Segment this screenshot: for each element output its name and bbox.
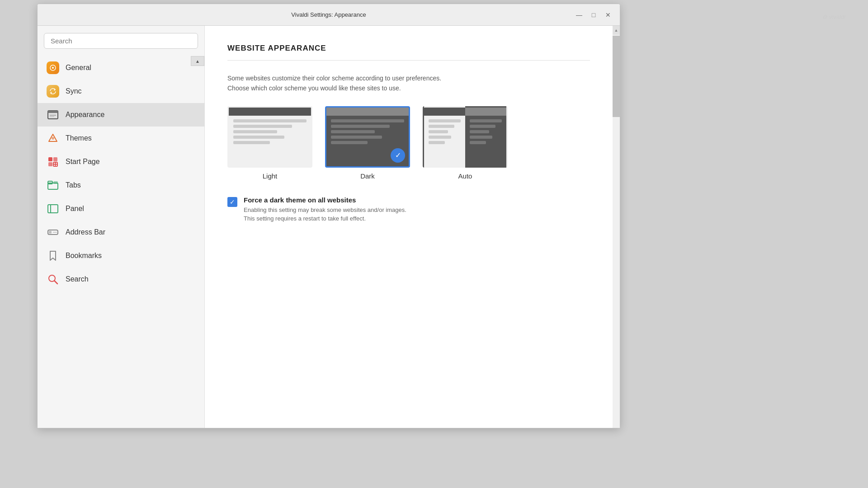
- panel-icon: [47, 202, 59, 215]
- title-bar: Vivaldi Settings: Appearance — □ ✕: [38, 4, 620, 26]
- light-line: [233, 130, 277, 133]
- scrollbar-thumb[interactable]: [613, 36, 620, 117]
- auto-line-dark: [470, 125, 495, 128]
- sidebar-item-label-themes: Themes: [66, 134, 92, 142]
- auto-line-light: [429, 130, 448, 133]
- auto-line-light: [429, 125, 454, 128]
- main-content: WEBSITE APPEARANCE Some websites customi…: [205, 26, 613, 428]
- scrollbar-track[interactable]: ▲: [613, 26, 620, 428]
- sidebar-item-bookmarks[interactable]: Bookmarks: [38, 244, 204, 267]
- theme-label-light: Light: [263, 172, 278, 180]
- sidebar-list: ▲ General: [38, 54, 204, 428]
- theme-card-dark[interactable]: ✓: [325, 106, 410, 168]
- auto-body-left: [424, 116, 465, 148]
- light-line: [233, 141, 270, 144]
- theme-option-light[interactable]: Light: [227, 106, 312, 180]
- checkbox-description: Enabling this setting may break some web…: [244, 206, 406, 223]
- svg-rect-16: [48, 205, 58, 213]
- appearance-icon: [47, 108, 59, 121]
- dark-line: [331, 141, 368, 144]
- svg-rect-7: [48, 157, 52, 161]
- section-divider: [227, 60, 590, 61]
- auto-line-light: [429, 136, 451, 139]
- light-line: [233, 125, 292, 128]
- sidebar-item-addressbar[interactable]: Address Bar: [38, 221, 204, 244]
- window-title: Vivaldi Settings: Appearance: [291, 11, 366, 18]
- auto-line-dark: [470, 119, 502, 122]
- checkbox-text-wrap: Force a dark theme on all websites Enabl…: [244, 196, 406, 223]
- bookmarks-icon: [47, 249, 59, 262]
- sidebar-item-label-tabs: Tabs: [66, 181, 81, 189]
- sidebar-item-themes[interactable]: Themes: [38, 127, 204, 150]
- dark-selected-checkmark: ✓: [391, 148, 405, 163]
- scroll-up-arrow[interactable]: ▲: [613, 26, 620, 35]
- theme-label-dark: Dark: [360, 172, 375, 180]
- section-description: Some websites customize their color sche…: [227, 73, 444, 94]
- sidebar-item-label-panel: Panel: [66, 205, 84, 213]
- window-controls: — □ ✕: [575, 10, 613, 19]
- sidebar-item-tabs[interactable]: Tabs: [38, 174, 204, 197]
- auto-body-right: [465, 116, 506, 148]
- theme-option-dark[interactable]: ✓ Dark: [325, 106, 410, 180]
- themes-icon: [47, 132, 59, 145]
- dark-line: [331, 125, 390, 128]
- auto-line-light: [429, 119, 461, 122]
- svg-point-6: [52, 137, 54, 140]
- auto-topbar-left: [424, 108, 465, 116]
- checkbox-label: Force a dark theme on all websites: [244, 196, 406, 204]
- search-input[interactable]: [44, 33, 198, 49]
- svg-rect-3: [48, 111, 58, 113]
- sidebar-item-label-general: General: [66, 64, 91, 72]
- theme-card-auto[interactable]: [423, 106, 508, 168]
- sidebar-item-search[interactable]: Search: [38, 267, 204, 291]
- sidebar-item-label-bookmarks: Bookmarks: [66, 252, 102, 260]
- svg-point-1: [52, 67, 54, 69]
- svg-rect-19: [49, 231, 52, 234]
- light-body: [229, 116, 311, 148]
- sidebar-item-label-search: Search: [66, 275, 89, 283]
- svg-line-22: [55, 281, 58, 284]
- addressbar-icon: [47, 226, 59, 239]
- tabs-icon: [47, 179, 59, 192]
- close-button[interactable]: ✕: [604, 10, 613, 19]
- sidebar-item-panel[interactable]: Panel: [38, 197, 204, 221]
- auto-line-dark: [470, 136, 492, 139]
- light-line: [233, 119, 307, 122]
- auto-line-light: [429, 141, 445, 144]
- sidebar: ▲ General: [38, 26, 205, 428]
- dark-theme-checkbox-row: ✓ Force a dark theme on all websites Ena…: [227, 196, 590, 223]
- sidebar-item-general[interactable]: General: [38, 56, 204, 80]
- general-icon: [47, 61, 59, 74]
- light-line: [233, 136, 284, 139]
- theme-options: Light ✓: [227, 106, 590, 180]
- sidebar-item-sync[interactable]: Sync: [38, 80, 204, 103]
- vivaldi-bg-text: ⚙ vivaldi: [822, 14, 845, 20]
- theme-option-auto[interactable]: Auto: [423, 106, 508, 180]
- svg-rect-15: [53, 181, 58, 184]
- theme-label-auto: Auto: [458, 172, 472, 180]
- dark-line: [331, 130, 375, 133]
- maximize-button[interactable]: □: [589, 10, 598, 19]
- svg-rect-8: [53, 157, 57, 161]
- sidebar-item-startpage[interactable]: Start Page: [38, 150, 204, 174]
- minimize-button[interactable]: —: [575, 10, 584, 19]
- dark-line: [331, 136, 382, 139]
- force-dark-theme-checkbox[interactable]: ✓: [227, 197, 237, 207]
- sidebar-item-label-appearance: Appearance: [66, 111, 104, 119]
- theme-card-light[interactable]: [227, 106, 312, 168]
- checkbox-wrap: ✓: [227, 197, 237, 207]
- search-nav-icon: [47, 273, 59, 286]
- startpage-icon: [47, 155, 59, 168]
- sidebar-item-appearance[interactable]: Appearance: [38, 103, 204, 127]
- sidebar-item-label-startpage: Start Page: [66, 158, 100, 166]
- sidebar-scroll-up[interactable]: ▲: [191, 56, 204, 66]
- sidebar-item-label-sync: Sync: [66, 87, 82, 95]
- svg-rect-9: [48, 162, 52, 166]
- section-title: WEBSITE APPEARANCE: [227, 44, 590, 53]
- dark-line: [331, 119, 404, 122]
- dark-topbar: [326, 108, 409, 116]
- sidebar-item-label-addressbar: Address Bar: [66, 228, 105, 236]
- light-topbar: [229, 108, 311, 116]
- sync-icon: [47, 85, 59, 98]
- auto-line-dark: [470, 141, 486, 144]
